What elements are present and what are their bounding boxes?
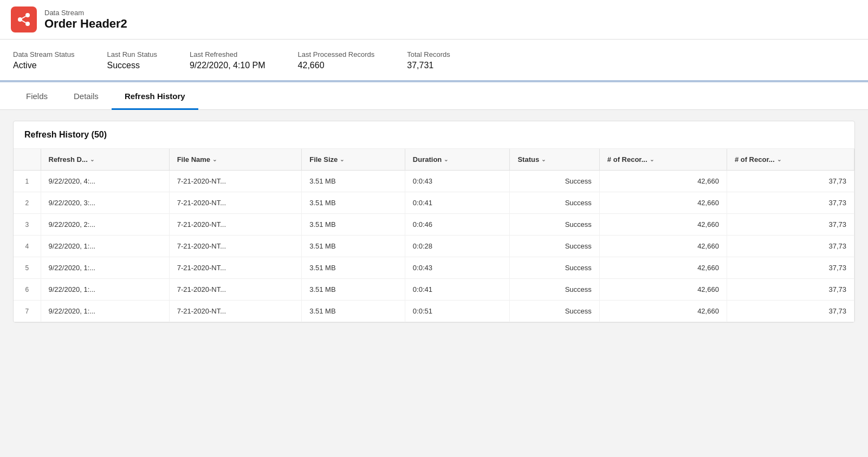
cell-duration: 0:0:41 [405,192,510,214]
cell-records-total: 37,73 [727,236,854,257]
cell-status: Success [510,257,599,279]
cell-file-name: 7-21-2020-NT... [169,214,302,236]
status-last-processed: Last Processed Records 42,660 [298,50,375,70]
status-bar: Data Stream Status Active Last Run Statu… [0,40,868,82]
cell-file-name: 7-21-2020-NT... [169,171,302,192]
cell-status: Success [510,279,599,301]
sort-icon-records-processed: ⌄ [650,156,654,162]
cell-duration: 0:0:28 [405,236,510,257]
status-last-run: Last Run Status Success [107,50,157,70]
cell-file-name: 7-21-2020-NT... [169,236,302,257]
cell-records-processed: 42,660 [599,279,727,301]
status-last-refreshed-label: Last Refreshed [190,50,265,58]
cell-refresh-date: 9/22/2020, 1:... [41,257,169,279]
cell-records-processed: 42,660 [599,214,727,236]
cell-refresh-date: 9/22/2020, 1:... [41,279,169,301]
status-last-processed-value: 42,660 [298,61,375,70]
cell-file-size: 3.51 MB [302,301,405,322]
cell-duration: 0:0:41 [405,279,510,301]
cell-records-processed: 42,660 [599,192,727,214]
cell-duration: 0:0:46 [405,214,510,236]
cell-refresh-date: 9/22/2020, 1:... [41,301,169,322]
cell-records-processed: 42,660 [599,301,727,322]
cell-refresh-date: 9/22/2020, 1:... [41,236,169,257]
cell-file-size: 3.51 MB [302,192,405,214]
cell-file-size: 3.51 MB [302,279,405,301]
cell-num: 6 [14,279,41,301]
main-content: Refresh History (50) Refresh D... ⌄ [0,110,868,334]
col-header-refresh-date[interactable]: Refresh D... ⌄ [41,149,169,171]
tab-fields[interactable]: Fields [13,83,61,110]
table-row: 6 9/22/2020, 1:... 7-21-2020-NT... 3.51 … [14,279,854,301]
status-last-run-value: Success [107,61,157,70]
cell-num: 4 [14,236,41,257]
status-data-stream-label: Data Stream Status [13,50,74,58]
tab-refresh-history[interactable]: Refresh History [112,83,198,110]
svg-point-1 [25,13,30,17]
cell-records-total: 37,73 [727,301,854,322]
cell-records-total: 37,73 [727,214,854,236]
status-last-refreshed: Last Refreshed 9/22/2020, 4:10 PM [190,50,265,70]
cell-file-name: 7-21-2020-NT... [169,301,302,322]
page-title: Order Header2 [44,17,127,31]
table-row: 1 9/22/2020, 4:... 7-21-2020-NT... 3.51 … [14,171,854,192]
header-text: Data Stream Order Header2 [44,9,127,31]
table-row: 3 9/22/2020, 2:... 7-21-2020-NT... 3.51 … [14,214,854,236]
cell-records-processed: 42,660 [599,171,727,192]
table-row: 4 9/22/2020, 1:... 7-21-2020-NT... 3.51 … [14,236,854,257]
status-data-stream-value: Active [13,61,74,70]
col-header-records-total[interactable]: # of Recor... ⌄ [727,149,854,171]
cell-records-total: 37,73 [727,257,854,279]
cell-file-size: 3.51 MB [302,236,405,257]
app-header: Data Stream Order Header2 [0,0,868,40]
cell-status: Success [510,171,599,192]
table-row: 5 9/22/2020, 1:... 7-21-2020-NT... 3.51 … [14,257,854,279]
cell-records-processed: 42,660 [599,257,727,279]
status-total-records-label: Total Records [407,50,450,58]
refresh-history-card: Refresh History (50) Refresh D... ⌄ [13,121,855,323]
refresh-history-table: Refresh D... ⌄ File Name ⌄ [14,149,854,322]
sort-icon-duration: ⌄ [444,156,448,162]
tab-details[interactable]: Details [61,83,112,110]
svg-point-0 [18,17,22,22]
col-header-status[interactable]: Status ⌄ [510,149,599,171]
cell-num: 3 [14,214,41,236]
col-header-file-size[interactable]: File Size ⌄ [302,149,405,171]
col-header-file-name[interactable]: File Name ⌄ [169,149,302,171]
cell-refresh-date: 9/22/2020, 4:... [41,171,169,192]
cell-num: 5 [14,257,41,279]
svg-point-2 [25,22,30,26]
cell-file-size: 3.51 MB [302,214,405,236]
cell-file-size: 3.51 MB [302,171,405,192]
cell-refresh-date: 9/22/2020, 3:... [41,192,169,214]
cell-duration: 0:0:43 [405,257,510,279]
cell-status: Success [510,214,599,236]
header-subtitle: Data Stream [44,9,127,17]
col-header-records-processed[interactable]: # of Recor... ⌄ [599,149,727,171]
cell-records-total: 37,73 [727,279,854,301]
cell-status: Success [510,192,599,214]
table-header-row: Refresh D... ⌄ File Name ⌄ [14,149,854,171]
svg-line-4 [22,21,26,23]
table-row: 2 9/22/2020, 3:... 7-21-2020-NT... 3.51 … [14,192,854,214]
sort-icon-status: ⌄ [541,156,546,162]
sort-icon-records-total: ⌄ [777,156,781,162]
cell-records-total: 37,73 [727,192,854,214]
cell-records-processed: 42,660 [599,236,727,257]
cell-num: 7 [14,301,41,322]
sort-icon-file-name: ⌄ [212,156,217,162]
tabs-container: Fields Details Refresh History [0,82,868,110]
cell-file-name: 7-21-2020-NT... [169,257,302,279]
cell-status: Success [510,236,599,257]
sort-icon-refresh-date: ⌄ [90,156,94,162]
cell-duration: 0:0:43 [405,171,510,192]
table-row: 7 9/22/2020, 1:... 7-21-2020-NT... 3.51 … [14,301,854,322]
col-header-duration[interactable]: Duration ⌄ [405,149,510,171]
status-total-records: Total Records 37,731 [407,50,450,70]
svg-line-3 [22,16,26,18]
status-last-run-label: Last Run Status [107,50,157,58]
cell-status: Success [510,301,599,322]
status-total-records-value: 37,731 [407,61,450,70]
cell-records-total: 37,73 [727,171,854,192]
table-scroll-wrapper[interactable]: Refresh D... ⌄ File Name ⌄ [14,149,854,322]
